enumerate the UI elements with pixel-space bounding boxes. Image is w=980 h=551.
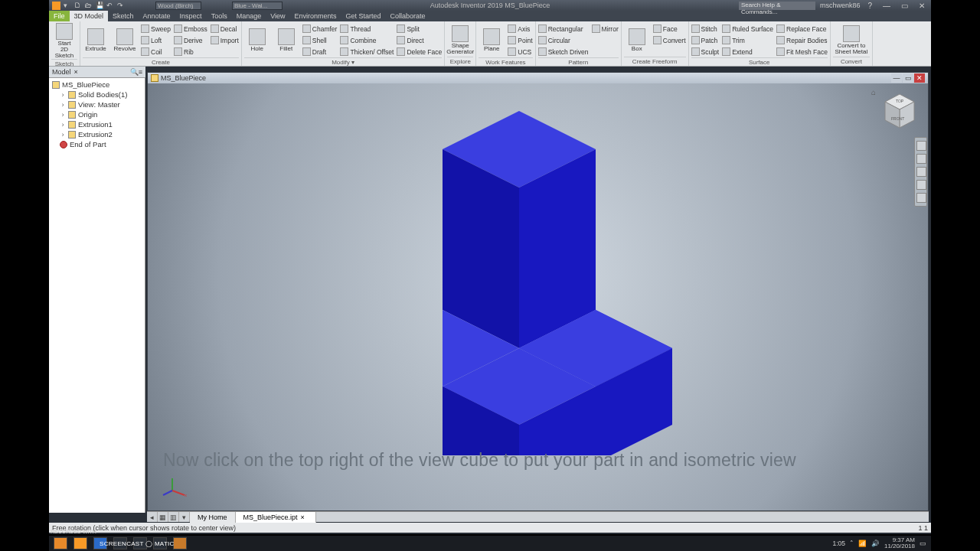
tab-get-started[interactable]: Get Started (341, 11, 386, 21)
tray-up-icon[interactable]: ˄ (850, 540, 854, 547)
doc-minimize-button[interactable]: — (891, 73, 902, 83)
tree-root[interactable]: MS_BluePiece (49, 80, 145, 90)
taskbar-chrome[interactable] (54, 537, 67, 549)
tab-collaborate[interactable]: Collaborate (386, 11, 430, 21)
tab-my-home[interactable]: My Home (190, 512, 236, 523)
system-clock[interactable]: 9:37 AM11/20/2018 (884, 537, 915, 549)
help-search[interactable]: Search Help & Commands... (739, 2, 815, 10)
material-dropdown[interactable]: Wood (Birch) (155, 2, 201, 10)
direct-button[interactable]: Direct (397, 34, 442, 46)
shell-button[interactable]: Shell (302, 34, 338, 46)
revolve-button[interactable]: Revolve (112, 23, 138, 57)
home-view-icon[interactable]: ⌂ (871, 88, 876, 96)
taskbar-app4[interactable] (173, 537, 187, 549)
browser-search-icon[interactable]: 🔍 (130, 68, 139, 76)
rib-button[interactable]: Rib (174, 46, 207, 57)
tab-bluepiece[interactable]: MS_BluePiece.ipt× (236, 512, 316, 523)
hole-button[interactable]: Hole (244, 23, 270, 57)
replace-face-button[interactable]: Replace Face (776, 23, 828, 34)
axis-button[interactable]: Axis (508, 23, 532, 34)
help-icon[interactable]: ? (864, 2, 875, 10)
nav-lookat[interactable] (916, 193, 926, 203)
decal-button[interactable]: Decal (211, 23, 239, 34)
combine-button[interactable]: Combine (340, 34, 394, 46)
tree-end-of-part[interactable]: End of Part (49, 139, 145, 149)
tree-extrusion1[interactable]: ›Extrusion1 (49, 119, 145, 129)
tab-manage[interactable]: Manage (232, 11, 266, 21)
minimize-button[interactable]: — (880, 2, 893, 10)
doc-close-button[interactable]: ✕ (914, 73, 925, 83)
browser-close-icon[interactable]: × (74, 68, 78, 76)
file-tab[interactable]: File (49, 11, 70, 21)
browser-menu-icon[interactable]: ≡ (139, 68, 142, 76)
delete-face-button[interactable]: Delete Face (397, 46, 442, 57)
quick-access-toolbar[interactable]: ▾🗋🗁💾↶↷ (64, 2, 125, 9)
view-cube[interactable]: ⌂ FRONT TOP (880, 90, 919, 132)
tab-annotate[interactable]: Annotate (139, 11, 175, 21)
tab-view[interactable]: View (266, 11, 289, 21)
viewport[interactable]: ⌂ FRONT TOP Now click on the top right o… (148, 83, 928, 510)
maximize-button[interactable]: ▭ (898, 2, 911, 10)
emboss-button[interactable]: Emboss (174, 23, 207, 34)
tree-origin[interactable]: ›Origin (49, 109, 145, 119)
freeform-convert-button[interactable]: Convert (653, 34, 686, 46)
tree-view-master[interactable]: ›View: Master (49, 99, 145, 109)
circular-pattern-button[interactable]: Circular (538, 34, 589, 46)
mirror-button[interactable]: Mirror (592, 23, 619, 34)
sculpt-button[interactable]: Sculpt (691, 46, 720, 57)
close-button[interactable]: ✕ (916, 2, 928, 10)
point-button[interactable]: Point (508, 34, 532, 46)
doctab-tile[interactable]: ▦ (158, 512, 168, 522)
extrude-button[interactable]: Extrude (83, 23, 109, 57)
extend-button[interactable]: Extend (722, 46, 773, 57)
ruled-surface-button[interactable]: Ruled Surface (722, 23, 773, 34)
thicken-offset-button[interactable]: Thicken/ Offset (340, 46, 394, 57)
part-model[interactable] (374, 88, 703, 455)
doctab-tile2[interactable]: ▥ (168, 512, 179, 522)
derive-button[interactable]: Derive (174, 34, 207, 46)
appearance-dropdown[interactable]: Blue - Wal... (232, 2, 283, 10)
tab-inspect[interactable]: Inspect (175, 11, 207, 21)
sweep-button[interactable]: Sweep (141, 23, 171, 34)
doctab-list[interactable]: ▾ (179, 512, 190, 522)
convert-sheetmetal-button[interactable]: Convert to Sheet Metal (833, 23, 870, 57)
coil-button[interactable]: Coil (141, 46, 171, 57)
box-button[interactable]: Box (624, 23, 650, 57)
tray-network-icon[interactable]: 📶 (858, 540, 867, 547)
close-tab-icon[interactable]: × (298, 514, 308, 521)
thread-button[interactable]: Thread (340, 23, 394, 34)
shape-generator-button[interactable]: Shape Generator (447, 23, 473, 57)
import-button[interactable]: Import (211, 34, 239, 46)
nav-zoom[interactable] (916, 167, 926, 177)
nav-pan[interactable] (916, 154, 926, 164)
start-2d-sketch-button[interactable]: Start 2D Sketch (51, 23, 77, 59)
tray-notifications-icon[interactable]: ▭ (920, 540, 926, 547)
split-button[interactable]: Split (397, 23, 442, 34)
plane-button[interactable]: Plane (479, 23, 505, 57)
tab-environments[interactable]: Environments (290, 11, 341, 21)
fillet-button[interactable]: Fillet (273, 23, 299, 57)
nav-orbit[interactable] (916, 180, 926, 190)
loft-button[interactable]: Loft (141, 34, 171, 46)
tree-solid-bodies[interactable]: ›Solid Bodies(1) (49, 90, 145, 99)
chamfer-button[interactable]: Chamfer (302, 23, 338, 34)
repair-bodies-button[interactable]: Repair Bodies (776, 34, 828, 46)
taskbar-inventor[interactable] (74, 537, 87, 549)
doc-maximize-button[interactable]: ▭ (903, 73, 913, 83)
tab-3d-model[interactable]: 3D Model (70, 11, 109, 21)
doctab-prev[interactable]: ◂ (147, 512, 158, 522)
nav-steering-wheel[interactable] (916, 141, 926, 151)
user-name[interactable]: mschwenk86 (820, 2, 861, 9)
tray-volume-icon[interactable]: 🔊 (871, 540, 880, 547)
tree-extrusion2[interactable]: ›Extrusion2 (49, 129, 145, 139)
ucs-button[interactable]: UCS (508, 46, 532, 57)
tab-sketch[interactable]: Sketch (108, 11, 139, 21)
trim-button[interactable]: Trim (722, 34, 773, 46)
tab-tools[interactable]: Tools (207, 11, 232, 21)
freeform-face-button[interactable]: Face (653, 23, 686, 34)
patch-button[interactable]: Patch (691, 34, 720, 46)
fit-mesh-face-button[interactable]: Fit Mesh Face (776, 46, 828, 57)
draft-button[interactable]: Draft (302, 46, 338, 57)
stitch-button[interactable]: Stitch (691, 23, 720, 34)
rectangular-pattern-button[interactable]: Rectangular (538, 23, 589, 34)
